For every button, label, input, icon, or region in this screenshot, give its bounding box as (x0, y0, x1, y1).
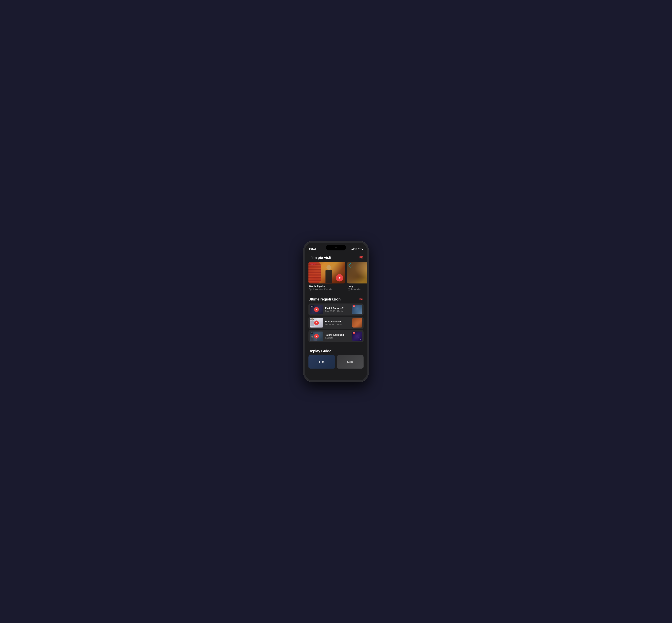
most-watched-header: I film più visti Più (305, 253, 367, 262)
most-watched-title: I film più visti (309, 256, 331, 260)
film-name-lucy: Lucy (348, 285, 367, 288)
ff7-channel-badge: SRF (311, 305, 314, 307)
registrazioni-section: Ultime registrazioni Più SRF Fast (305, 295, 367, 342)
film-thumb-worth: RSI S1 (309, 262, 345, 284)
film-meta-worth: Drammatico L'altro ieri (309, 288, 345, 291)
reg-item-tatort[interactable]: SR (309, 330, 363, 342)
reg-side-thumb-tatort: RSI RetroQui (352, 331, 362, 341)
film-info-worth: Worth: Il patto Drammatico L'altro ieri (309, 284, 345, 291)
lucy-diamond-icon (349, 263, 353, 268)
person-silhouette (324, 265, 334, 284)
film-name-worth: Worth: Il patto (309, 285, 345, 288)
film-meta-lucy: Fantascien (348, 288, 367, 291)
play-triangle-icon (339, 277, 341, 279)
replay-btn-serie[interactable]: Serie (337, 355, 363, 368)
dynamic-island (326, 245, 346, 250)
retro-quiz-label: RetroQui (358, 337, 361, 340)
reg-thumb-tatort: SR (310, 331, 323, 341)
film-card-worth[interactable]: RSI S1 Worth: Il patto (309, 262, 345, 291)
play-button-worth[interactable] (336, 274, 343, 281)
registrazioni-list: SRF Fast & Furious 7 Dom 20.08 160 min S… (305, 303, 367, 342)
play-small-triangle-icon-lucy (349, 289, 350, 290)
replay-section: Replay Guide Film Serie (305, 346, 367, 368)
lucy-badge (349, 263, 353, 268)
replay-title: Replay Guide (309, 349, 331, 353)
reg-play-triangle-pw (316, 322, 317, 324)
reg-info-pw: Pretty Woman Gio 17.08 110 min (325, 320, 350, 326)
film-card-lucy[interactable]: Lucy Fantascien (347, 262, 367, 291)
rsi-badge: RSI S1 (310, 263, 316, 265)
screen: I film più visti Più RSI S1 (305, 243, 367, 380)
registrazioni-title: Ultime registrazioni (309, 297, 342, 301)
replay-btn-film[interactable]: Film (309, 355, 335, 368)
reg-title-tatort: Tatort: Kaltblütig (325, 333, 350, 336)
reg-thumb-ff7: SRF (310, 305, 323, 314)
reg-info-ff7: Fast & Furious 7 Dom 20.08 160 min (325, 307, 350, 312)
registrazioni-more[interactable]: Più (359, 298, 363, 301)
film-genre-lucy: Fantascien (351, 288, 361, 291)
reg-sub-ff7: Dom 20.08 160 min (325, 310, 350, 312)
reg-title-pw: Pretty Woman (325, 320, 350, 323)
most-watched-more[interactable]: Più (359, 256, 363, 259)
reg-info-tatort: Tatort: Kaltblütig Kaltblütig (325, 333, 350, 339)
reg-side-thumb-ff7: SR (352, 305, 362, 314)
play-small-icon (309, 288, 312, 291)
reg-play-triangle-tatort (316, 335, 317, 337)
reg-title-ff7: Fast & Furious 7 (325, 307, 350, 309)
status-icons (351, 248, 363, 250)
signal-icon (351, 248, 354, 250)
registrazioni-header: Ultime registrazioni Più (305, 295, 367, 303)
reg-play-button-tatort[interactable] (314, 334, 319, 338)
phone-frame: 08:32 (303, 241, 369, 382)
reg-item-ff7[interactable]: SRF Fast & Furious 7 Dom 20.08 160 min S… (309, 303, 363, 316)
replay-buttons: Film Serie (305, 355, 367, 368)
reg-play-button-pw[interactable] (314, 321, 319, 325)
film-genre-worth: Drammatico L'altro ieri (313, 288, 333, 291)
film-info-lucy: Lucy Fantascien (347, 284, 367, 291)
pw-channel-badge: ZDF (311, 319, 314, 320)
camera-dot (335, 247, 337, 248)
reg-sub-tatort: Kaltblütig (325, 337, 350, 339)
play-small-triangle-icon (310, 289, 311, 290)
reg-play-triangle-ff7 (316, 309, 317, 310)
battery-icon (358, 248, 363, 250)
wifi-icon (354, 248, 357, 250)
reg-item-pw[interactable]: ZDF Pretty Woman Gio 17.08 110 mi (309, 317, 363, 329)
tatort-channel-badge: SR (311, 332, 313, 334)
reg-play-button-ff7[interactable] (314, 307, 319, 312)
reg-sub-pw: Gio 17.08 110 min (325, 323, 350, 326)
reg-thumb-pw: ZDF (310, 318, 323, 328)
films-carousel: RSI S1 Worth: Il patto (305, 262, 367, 291)
replay-header: Replay Guide (305, 346, 367, 353)
reg-side-thumb-pw (352, 318, 362, 328)
play-small-icon-lucy (348, 288, 350, 291)
film-thumb-lucy (347, 262, 367, 284)
